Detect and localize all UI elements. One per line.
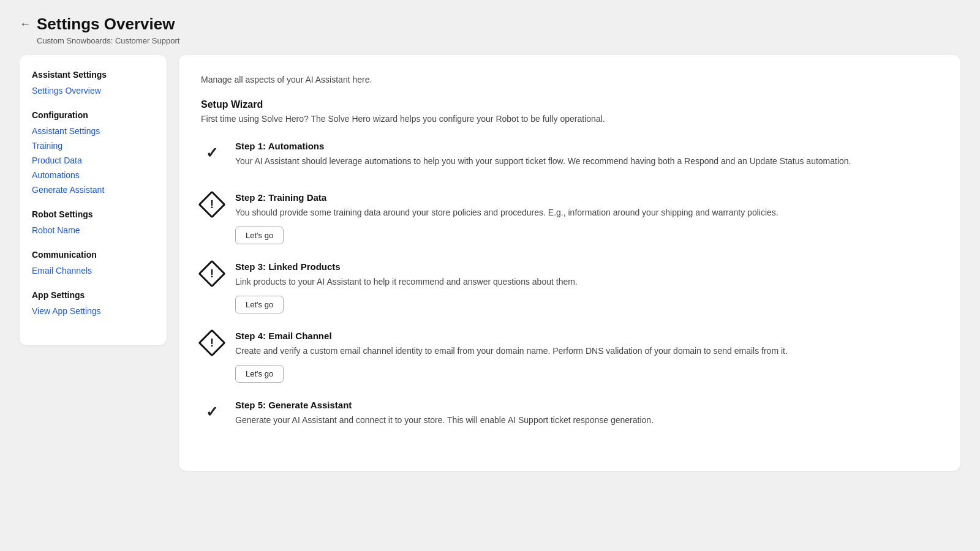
sidebar-section-title-app-settings: App Settings [32, 290, 154, 300]
sidebar-section-communication: Communication Email Channels [32, 250, 154, 276]
sidebar-section-title-communication: Communication [32, 250, 154, 260]
warning-diamond-icon-3: ! [198, 260, 225, 287]
warning-diamond-icon-4: ! [198, 329, 225, 356]
step-4-content: Step 4: Email Channel Create and verify … [235, 331, 938, 383]
sidebar-section-app-settings: App Settings View App Settings [32, 290, 154, 316]
step-2-content: Step 2: Training Data You should provide… [235, 192, 938, 244]
warning-diamond-icon-2: ! [198, 190, 225, 218]
sidebar: Assistant Settings Settings Overview Con… [20, 55, 167, 345]
step-5-title: Step 5: Generate Assistant [235, 400, 938, 410]
step-4-lets-go-button[interactable]: Let's go [235, 365, 284, 383]
step-3-lets-go-button[interactable]: Let's go [235, 296, 284, 313]
email-channels-link[interactable]: Email Channels [32, 266, 154, 276]
settings-overview-link[interactable]: Settings Overview [32, 86, 154, 96]
step-4-description: Create and verify a custom email channel… [235, 345, 938, 358]
step-2-lets-go-button[interactable]: Let's go [235, 227, 284, 244]
step-2-row: ! Step 2: Training Data You should provi… [201, 192, 938, 244]
sidebar-section-configuration: Configuration Assistant Settings Trainin… [32, 110, 154, 195]
assistant-settings-link[interactable]: Assistant Settings [32, 126, 154, 136]
view-app-settings-link[interactable]: View App Settings [32, 306, 154, 316]
main-content: Manage all aspects of your AI Assistant … [179, 55, 960, 471]
step-2-description: You should provide some training data ar… [235, 206, 938, 219]
step-3-description: Link products to your AI Assistant to he… [235, 276, 938, 288]
step-1-row: ✓ Step 1: Automations Your AI Assistant … [201, 141, 938, 175]
step-1-title: Step 1: Automations [235, 141, 938, 151]
setup-wizard-description: First time using Solve Hero? The Solve H… [201, 114, 938, 124]
manage-text: Manage all aspects of your AI Assistant … [201, 75, 938, 84]
step-1-content: Step 1: Automations Your AI Assistant sh… [235, 141, 938, 175]
step-4-row: ! Step 4: Email Channel Create and verif… [201, 331, 938, 383]
sidebar-section-assistant-settings: Assistant Settings Settings Overview [32, 70, 154, 96]
step-4-title: Step 4: Email Channel [235, 331, 938, 341]
sidebar-section-robot-settings: Robot Settings Robot Name [32, 209, 154, 235]
robot-name-link[interactable]: Robot Name [32, 225, 154, 235]
step-2-title: Step 2: Training Data [235, 192, 938, 203]
sidebar-section-title-assistant-settings: Assistant Settings [32, 70, 154, 80]
checkmark-icon-1: ✓ [206, 144, 218, 162]
step-1-description: Your AI Assistant should leverage automa… [235, 155, 938, 168]
sidebar-section-title-robot-settings: Robot Settings [32, 209, 154, 219]
step-5-content: Step 5: Generate Assistant Generate your… [235, 400, 938, 434]
step-4-icon: ! [201, 332, 223, 354]
step-5-icon: ✓ [201, 401, 223, 423]
step-3-row: ! Step 3: Linked Products Link products … [201, 261, 938, 313]
step-5-row: ✓ Step 5: Generate Assistant Generate yo… [201, 400, 938, 434]
setup-wizard-title: Setup Wizard [201, 99, 938, 110]
page-title: Settings Overview [37, 15, 175, 34]
step-1-icon: ✓ [201, 142, 223, 164]
product-data-link[interactable]: Product Data [32, 156, 154, 165]
automations-link[interactable]: Automations [32, 170, 154, 180]
step-3-content: Step 3: Linked Products Link products to… [235, 261, 938, 313]
step-3-icon: ! [201, 263, 223, 285]
training-link[interactable]: Training [32, 141, 154, 151]
step-2-icon: ! [201, 193, 223, 216]
checkmark-icon-5: ✓ [206, 403, 218, 421]
generate-assistant-link[interactable]: Generate Assistant [32, 185, 154, 195]
sidebar-section-title-configuration: Configuration [32, 110, 154, 120]
step-5-description: Generate your AI Assistant and connect i… [235, 414, 938, 427]
back-button[interactable]: ← [20, 18, 31, 31]
step-3-title: Step 3: Linked Products [235, 261, 938, 272]
page-subtitle: Custom Snowboards: Customer Support [37, 36, 960, 45]
